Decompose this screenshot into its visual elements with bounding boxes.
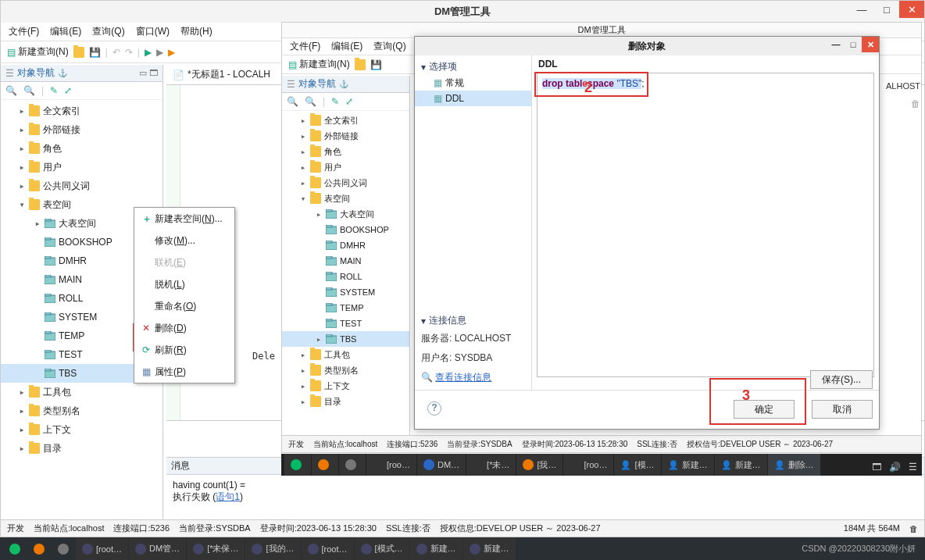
- ctx-item[interactable]: 修改(M)...: [134, 230, 234, 251]
- menu-query[interactable]: 查询(Q): [92, 25, 124, 38]
- menu2-query[interactable]: 查询(Q): [373, 40, 405, 53]
- tree-item[interactable]: ▸全文索引: [1, 102, 162, 120]
- tree-item[interactable]: ▾表空间: [282, 191, 409, 206]
- tree-item[interactable]: ▸角色: [1, 139, 162, 158]
- bt-tray-vol[interactable]: 🔊: [889, 462, 901, 473]
- menu-edit[interactable]: 编辑(E): [50, 25, 81, 38]
- task-item[interactable]: [我…: [516, 454, 562, 476]
- task-item[interactable]: [284, 454, 311, 476]
- tree-item[interactable]: BOOKSHOP: [282, 222, 409, 237]
- menu-help[interactable]: 帮助(H): [180, 25, 212, 38]
- minimize-button[interactable]: ―: [849, 1, 874, 18]
- task-item[interactable]: [roo…: [563, 454, 613, 476]
- tree-item[interactable]: ▸外部链接: [282, 128, 409, 144]
- tree-item[interactable]: ROLL: [282, 269, 409, 284]
- open-button[interactable]: [73, 47, 84, 58]
- expand-icon[interactable]: ⤢: [64, 85, 72, 96]
- os-task-item[interactable]: [root…: [76, 537, 128, 560]
- tree-item[interactable]: ▸外部链接: [1, 120, 162, 139]
- ctx-item[interactable]: ⟳刷新(R): [134, 339, 234, 361]
- tree-item[interactable]: ▸目录: [282, 394, 409, 409]
- run-button[interactable]: ▶: [145, 47, 152, 58]
- tree-item[interactable]: ▸工具包: [1, 383, 162, 401]
- ctx-item[interactable]: ✕删除(D): [134, 317, 234, 339]
- tree-item[interactable]: ▸用户: [1, 158, 162, 177]
- task-item[interactable]: [339, 454, 366, 476]
- tree-item[interactable]: ▸全文索引: [282, 112, 409, 128]
- os-task-item[interactable]: [*未保…: [187, 537, 245, 560]
- help-icon[interactable]: ?: [427, 401, 441, 416]
- dlg-close[interactable]: ✕: [862, 37, 879, 52]
- tree-item[interactable]: TEST: [282, 316, 409, 331]
- menu2-file[interactable]: 文件(F): [290, 40, 320, 53]
- cancel-button[interactable]: 取消: [812, 400, 873, 419]
- dlg-maximize[interactable]: □: [845, 37, 862, 52]
- bt-tray-battery[interactable]: 🗖: [872, 462, 881, 473]
- close-button[interactable]: ✕: [899, 1, 924, 18]
- debug-button[interactable]: ▶: [156, 47, 163, 58]
- menu-file[interactable]: 文件(F): [9, 25, 39, 38]
- os-task-item[interactable]: [root…: [302, 537, 354, 560]
- trash-icon[interactable]: 🗑: [909, 524, 918, 533]
- tree-item[interactable]: SYSTEM: [282, 284, 409, 300]
- menu2-edit[interactable]: 编辑(E): [331, 40, 362, 53]
- locate-icon[interactable]: 🔍: [5, 85, 17, 96]
- ctx-item[interactable]: 重命名(O): [134, 295, 234, 317]
- new-query2[interactable]: ▤新建查询(N): [288, 58, 350, 71]
- tree-item[interactable]: ▸工具包: [282, 347, 409, 362]
- view-conn-link[interactable]: 查看连接信息: [435, 372, 491, 383]
- save2[interactable]: 💾: [370, 59, 382, 70]
- menu-window[interactable]: 窗口(W): [136, 25, 170, 38]
- ctx-item[interactable]: ▦属性(P): [134, 361, 234, 383]
- redo-button[interactable]: ↷: [125, 47, 133, 58]
- tree-item[interactable]: ▸公共同义词: [1, 177, 162, 195]
- task-item[interactable]: [*未…: [466, 454, 516, 476]
- tree-item[interactable]: ▸类型别名: [282, 362, 409, 378]
- save-button[interactable]: 保存(S)...: [810, 370, 873, 389]
- task-item[interactable]: 👤新建…: [715, 454, 767, 476]
- task-item[interactable]: [312, 454, 338, 476]
- plan-button[interactable]: ▶: [168, 47, 175, 58]
- tree-item[interactable]: ▸目录: [1, 439, 162, 458]
- task-item[interactable]: 👤[模…: [614, 454, 660, 476]
- side-general[interactable]: ▦常规: [415, 75, 531, 91]
- messages-tab[interactable]: 消息: [171, 459, 190, 473]
- tree-item[interactable]: TEMP: [282, 300, 409, 316]
- ctx-item[interactable]: ＋新建表空间(N)...: [134, 208, 234, 230]
- os-task-item[interactable]: [我的…: [245, 537, 300, 560]
- bt-tray-menu[interactable]: ☰: [909, 462, 917, 473]
- maximize-button[interactable]: □: [874, 1, 899, 18]
- task-item[interactable]: 👤删除…: [768, 454, 820, 476]
- tree-item[interactable]: ▸上下文: [282, 378, 409, 394]
- tree-item[interactable]: ▸用户: [282, 159, 409, 175]
- tree-item[interactable]: DMHR: [282, 237, 409, 253]
- tree-item[interactable]: ▸上下文: [1, 420, 162, 439]
- tree-label: 全文索引: [324, 115, 359, 127]
- tree-item[interactable]: ▸类型别名: [1, 401, 162, 420]
- filter-icon[interactable]: 🔍: [23, 85, 35, 96]
- task-item[interactable]: DM…: [417, 454, 466, 476]
- ctx-item[interactable]: 脱机(L): [134, 273, 234, 295]
- task-item[interactable]: 👤新建…: [662, 454, 714, 476]
- side-ddl[interactable]: ▦DDL: [415, 91, 531, 106]
- os-task-item[interactable]: 新建…: [410, 537, 462, 560]
- undo-button[interactable]: ↶: [112, 47, 120, 58]
- tree-item[interactable]: MAIN: [282, 253, 409, 269]
- tree-item[interactable]: ▸大表空间: [282, 206, 409, 222]
- tree-item[interactable]: ▸公共同义词: [282, 175, 409, 191]
- statement-link[interactable]: 语句1: [216, 491, 240, 502]
- object-tree2[interactable]: ▸全文索引▸外部链接▸角色▸用户▸公共同义词▾表空间▸大表空间BOOKSHOPD…: [282, 111, 409, 434]
- os-task-item[interactable]: [模式…: [355, 537, 409, 560]
- edit-icon[interactable]: ✎: [50, 85, 58, 96]
- tree-item[interactable]: ▸角色: [282, 144, 409, 159]
- group-select: ▾ 选择项: [415, 55, 531, 75]
- trash-icon-top[interactable]: 🗑: [911, 98, 920, 109]
- task-item[interactable]: [roo…: [366, 454, 416, 476]
- open2[interactable]: [355, 59, 366, 70]
- dlg-minimize[interactable]: ―: [827, 37, 845, 52]
- tree-item[interactable]: ▸TBS: [282, 331, 409, 347]
- save-button[interactable]: 💾: [89, 47, 101, 58]
- new-query-button[interactable]: ▤新建查询(N): [7, 45, 69, 59]
- os-task-item[interactable]: DM管…: [129, 537, 186, 560]
- os-task-item[interactable]: 新建…: [463, 537, 516, 560]
